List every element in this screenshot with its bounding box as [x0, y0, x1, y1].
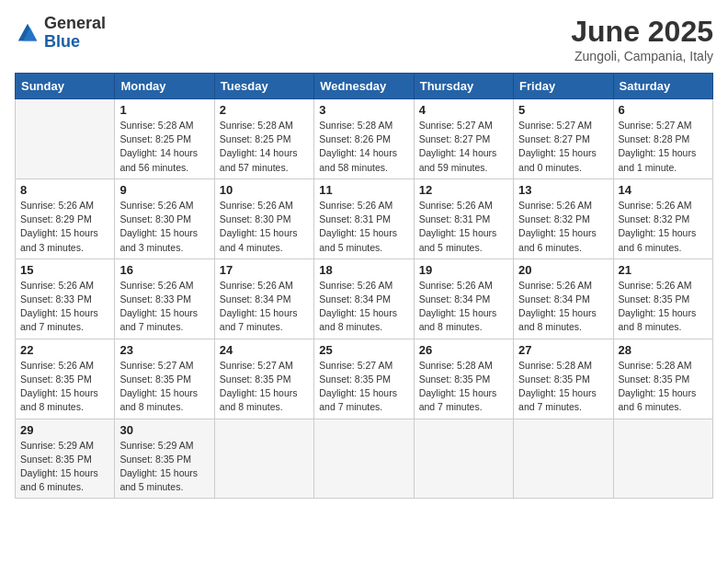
day-detail: Sunrise: 5:27 AMSunset: 8:35 PMDaylight:… — [220, 359, 309, 415]
day-detail: Sunrise: 5:27 AMSunset: 8:28 PMDaylight:… — [619, 119, 708, 175]
day-number: 3 — [319, 103, 408, 117]
logo-blue: Blue — [44, 32, 80, 51]
day-cell: 22Sunrise: 5:26 AMSunset: 8:35 PMDayligh… — [16, 339, 115, 419]
day-number: 26 — [419, 343, 508, 357]
day-detail: Sunrise: 5:26 AMSunset: 8:31 PMDaylight:… — [319, 199, 408, 255]
day-detail: Sunrise: 5:28 AMSunset: 8:35 PMDaylight:… — [619, 359, 708, 415]
day-detail: Sunrise: 5:28 AMSunset: 8:25 PMDaylight:… — [220, 119, 309, 175]
day-number: 19 — [419, 263, 508, 277]
day-number: 29 — [20, 423, 109, 437]
day-number: 25 — [319, 343, 408, 357]
day-number: 6 — [619, 103, 708, 117]
logo-icon — [15, 20, 40, 46]
day-cell: 29Sunrise: 5:29 AMSunset: 8:35 PMDayligh… — [16, 419, 115, 499]
day-number: 22 — [20, 343, 109, 357]
day-cell: 18Sunrise: 5:26 AMSunset: 8:34 PMDayligh… — [314, 259, 414, 339]
day-cell: 14Sunrise: 5:26 AMSunset: 8:32 PMDayligh… — [613, 178, 712, 259]
day-number: 5 — [518, 103, 608, 117]
day-number: 21 — [619, 263, 708, 277]
col-header-thursday: Thursday — [414, 74, 513, 99]
day-number: 9 — [119, 183, 209, 197]
day-cell: 2Sunrise: 5:28 AMSunset: 8:25 PMDaylight… — [214, 99, 313, 179]
day-cell: 19Sunrise: 5:26 AMSunset: 8:34 PMDayligh… — [414, 259, 513, 339]
day-cell: 26Sunrise: 5:28 AMSunset: 8:35 PMDayligh… — [414, 339, 513, 419]
day-detail: Sunrise: 5:26 AMSunset: 8:30 PMDaylight:… — [119, 199, 209, 255]
day-cell: 30Sunrise: 5:29 AMSunset: 8:35 PMDayligh… — [115, 419, 214, 499]
page-header: General Blue June 2025 Zungoli, Campania… — [15, 15, 713, 63]
day-cell: 28Sunrise: 5:28 AMSunset: 8:35 PMDayligh… — [613, 339, 712, 419]
day-detail: Sunrise: 5:27 AMSunset: 8:35 PMDaylight:… — [319, 359, 408, 415]
day-cell: 8Sunrise: 5:26 AMSunset: 8:29 PMDaylight… — [16, 178, 115, 259]
week-row-5: 29Sunrise: 5:29 AMSunset: 8:35 PMDayligh… — [16, 419, 713, 499]
day-cell: 13Sunrise: 5:26 AMSunset: 8:32 PMDayligh… — [514, 178, 613, 259]
day-number: 13 — [518, 183, 608, 197]
day-cell: 16Sunrise: 5:26 AMSunset: 8:33 PMDayligh… — [115, 259, 214, 339]
day-cell: 23Sunrise: 5:27 AMSunset: 8:35 PMDayligh… — [115, 339, 214, 419]
day-cell: 1Sunrise: 5:28 AMSunset: 8:25 PMDaylight… — [115, 99, 214, 179]
day-detail: Sunrise: 5:26 AMSunset: 8:29 PMDaylight:… — [20, 199, 109, 255]
calendar-table: SundayMondayTuesdayWednesdayThursdayFrid… — [15, 73, 713, 499]
day-detail: Sunrise: 5:28 AMSunset: 8:35 PMDaylight:… — [518, 359, 608, 415]
day-cell — [613, 419, 712, 499]
day-cell: 17Sunrise: 5:26 AMSunset: 8:34 PMDayligh… — [214, 259, 313, 339]
column-headers-row: SundayMondayTuesdayWednesdayThursdayFrid… — [16, 74, 713, 99]
day-detail: Sunrise: 5:29 AMSunset: 8:35 PMDaylight:… — [119, 439, 209, 495]
week-row-3: 15Sunrise: 5:26 AMSunset: 8:33 PMDayligh… — [16, 259, 713, 339]
day-number: 14 — [619, 183, 708, 197]
week-row-4: 22Sunrise: 5:26 AMSunset: 8:35 PMDayligh… — [16, 339, 713, 419]
col-header-sunday: Sunday — [16, 74, 115, 99]
day-detail: Sunrise: 5:29 AMSunset: 8:35 PMDaylight:… — [20, 439, 109, 495]
day-number: 10 — [220, 183, 309, 197]
calendar-subtitle: Zungoli, Campania, Italy — [571, 49, 713, 63]
day-cell: 20Sunrise: 5:26 AMSunset: 8:34 PMDayligh… — [514, 259, 613, 339]
day-cell: 11Sunrise: 5:26 AMSunset: 8:31 PMDayligh… — [314, 178, 414, 259]
day-detail: Sunrise: 5:26 AMSunset: 8:32 PMDaylight:… — [518, 199, 608, 255]
title-block: June 2025 Zungoli, Campania, Italy — [571, 15, 713, 63]
day-detail: Sunrise: 5:26 AMSunset: 8:30 PMDaylight:… — [220, 199, 309, 255]
col-header-wednesday: Wednesday — [314, 74, 414, 99]
day-detail: Sunrise: 5:26 AMSunset: 8:34 PMDaylight:… — [419, 279, 508, 335]
col-header-monday: Monday — [115, 74, 214, 99]
col-header-friday: Friday — [514, 74, 613, 99]
day-cell — [16, 99, 115, 179]
day-cell: 5Sunrise: 5:27 AMSunset: 8:27 PMDaylight… — [514, 99, 613, 179]
day-number: 23 — [119, 343, 209, 357]
day-cell — [514, 419, 613, 499]
day-cell: 9Sunrise: 5:26 AMSunset: 8:30 PMDaylight… — [115, 178, 214, 259]
day-detail: Sunrise: 5:28 AMSunset: 8:26 PMDaylight:… — [319, 119, 408, 175]
day-cell: 12Sunrise: 5:26 AMSunset: 8:31 PMDayligh… — [414, 178, 513, 259]
day-cell: 4Sunrise: 5:27 AMSunset: 8:27 PMDaylight… — [414, 99, 513, 179]
day-detail: Sunrise: 5:26 AMSunset: 8:33 PMDaylight:… — [119, 279, 209, 335]
day-number: 30 — [119, 423, 209, 437]
day-detail: Sunrise: 5:26 AMSunset: 8:34 PMDaylight:… — [518, 279, 608, 335]
day-number: 17 — [220, 263, 309, 277]
day-detail: Sunrise: 5:26 AMSunset: 8:34 PMDaylight:… — [319, 279, 408, 335]
day-cell: 10Sunrise: 5:26 AMSunset: 8:30 PMDayligh… — [214, 178, 313, 259]
day-number: 16 — [119, 263, 209, 277]
day-cell: 27Sunrise: 5:28 AMSunset: 8:35 PMDayligh… — [514, 339, 613, 419]
day-detail: Sunrise: 5:26 AMSunset: 8:31 PMDaylight:… — [419, 199, 508, 255]
day-number: 2 — [220, 103, 309, 117]
day-number: 28 — [619, 343, 708, 357]
day-detail: Sunrise: 5:26 AMSunset: 8:32 PMDaylight:… — [619, 199, 708, 255]
logo-general: General — [44, 14, 106, 32]
day-number: 18 — [319, 263, 408, 277]
day-number: 4 — [419, 103, 508, 117]
logo-text: General Blue — [44, 15, 106, 52]
day-detail: Sunrise: 5:28 AMSunset: 8:25 PMDaylight:… — [119, 119, 209, 175]
logo: General Blue — [15, 15, 106, 52]
day-number: 1 — [119, 103, 209, 117]
day-cell: 15Sunrise: 5:26 AMSunset: 8:33 PMDayligh… — [16, 259, 115, 339]
col-header-tuesday: Tuesday — [214, 74, 313, 99]
day-number: 12 — [419, 183, 508, 197]
calendar-body: 1Sunrise: 5:28 AMSunset: 8:25 PMDaylight… — [16, 99, 713, 499]
calendar-title: June 2025 — [571, 15, 713, 49]
day-cell — [214, 419, 313, 499]
day-detail: Sunrise: 5:28 AMSunset: 8:35 PMDaylight:… — [419, 359, 508, 415]
day-detail: Sunrise: 5:27 AMSunset: 8:27 PMDaylight:… — [419, 119, 508, 175]
day-detail: Sunrise: 5:26 AMSunset: 8:33 PMDaylight:… — [20, 279, 109, 335]
day-detail: Sunrise: 5:27 AMSunset: 8:35 PMDaylight:… — [119, 359, 209, 415]
day-cell — [314, 419, 414, 499]
col-header-saturday: Saturday — [613, 74, 712, 99]
day-number: 20 — [518, 263, 608, 277]
